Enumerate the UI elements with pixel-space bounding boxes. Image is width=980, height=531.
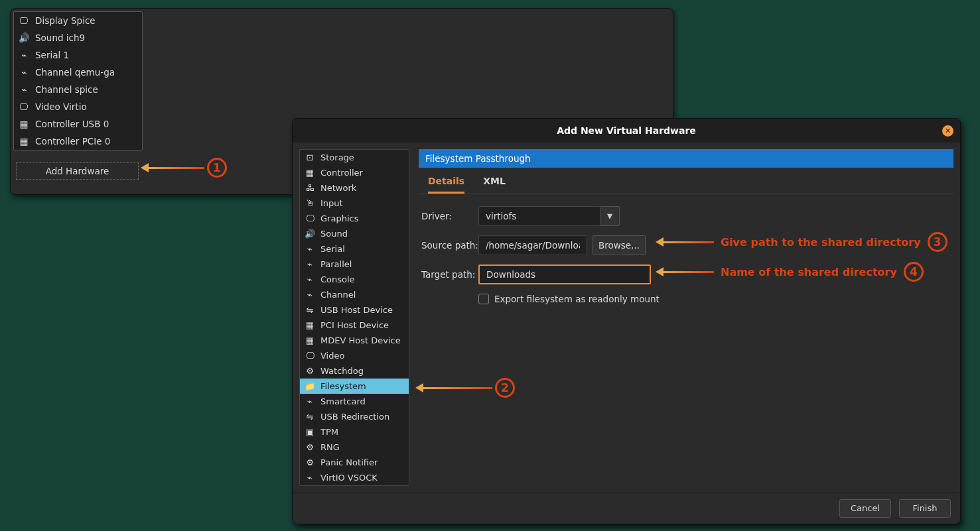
add-hardware-dialog: Add New Virtual Hardware ✕ ⊡Storage▦Cont… xyxy=(292,118,961,524)
category-item-label: Controller xyxy=(320,168,363,178)
hw-item[interactable]: 🖵Display Spice xyxy=(14,12,142,29)
category-item-usb-host-device[interactable]: ⇋USB Host Device xyxy=(300,302,409,318)
category-item-label: Smartcard xyxy=(320,396,366,406)
category-item-channel[interactable]: ⌁Channel xyxy=(300,287,409,302)
hw-item[interactable]: ▦Controller USB 0 xyxy=(14,115,142,133)
hw-item-label: Sound ich9 xyxy=(35,32,85,43)
category-item-graphics[interactable]: 🖵Graphics xyxy=(300,211,409,226)
hw-item[interactable]: ⌁Serial 1 xyxy=(14,46,142,64)
target-path-input[interactable] xyxy=(478,265,651,284)
disk-icon: ⊡ xyxy=(304,152,316,162)
port-icon: ⌁ xyxy=(304,244,316,254)
monitor-icon: 🖵 xyxy=(18,16,30,25)
category-item-label: Watchdog xyxy=(320,366,364,376)
chip-icon: ▣ xyxy=(304,427,316,437)
category-item-pci-host-device[interactable]: ▦PCI Host Device xyxy=(300,318,409,333)
close-icon: ✕ xyxy=(945,127,951,135)
driver-dropdown-arrow[interactable]: ▾ xyxy=(600,206,620,226)
speaker-icon: 🔊 xyxy=(18,33,30,42)
category-item-storage[interactable]: ⊡Storage xyxy=(300,150,409,165)
tabs: Details XML xyxy=(419,168,953,194)
category-item-filesystem[interactable]: 📁Filesystem xyxy=(300,379,409,394)
add-hardware-button[interactable]: Add Hardware xyxy=(16,162,139,180)
category-item-label: Parallel xyxy=(320,259,352,269)
browse-button[interactable]: Browse... xyxy=(593,235,646,255)
chevron-down-icon: ▾ xyxy=(607,209,612,222)
category-item-label: USB Host Device xyxy=(320,305,393,315)
tab-details[interactable]: Details xyxy=(428,176,464,194)
readonly-label: Export filesystem as readonly mount xyxy=(494,294,660,304)
category-item-label: Input xyxy=(320,198,343,208)
category-item-video[interactable]: 🖵Video xyxy=(300,348,409,363)
panel-header: Filesystem Passthrough xyxy=(419,149,953,168)
category-item-rng[interactable]: ⚙RNG xyxy=(300,440,409,455)
hw-item[interactable]: 🔊Sound ich9 xyxy=(14,29,142,46)
hw-item-label: Video Virtio xyxy=(35,101,87,112)
category-item-tpm[interactable]: ▣TPM xyxy=(300,424,409,440)
category-item-sound[interactable]: 🔊Sound xyxy=(300,226,409,241)
dialog-title: Add New Virtual Hardware xyxy=(557,125,696,136)
category-item-label: Graphics xyxy=(320,213,358,223)
category-item-panic-notifier[interactable]: ⚙Panic Notifier xyxy=(300,455,409,470)
port-icon: ⌁ xyxy=(304,259,316,269)
category-item-network[interactable]: 🖧Network xyxy=(300,180,409,196)
category-item-label: MDEV Host Device xyxy=(320,335,401,345)
category-item-console[interactable]: ⌁Console xyxy=(300,272,409,287)
readonly-checkbox[interactable] xyxy=(478,294,489,304)
driver-value: virtiofs xyxy=(486,211,516,221)
close-button[interactable]: ✕ xyxy=(942,125,953,137)
source-path-input[interactable] xyxy=(478,235,587,255)
speaker-icon: 🔊 xyxy=(304,229,316,239)
category-item-label: VirtIO VSOCK xyxy=(320,473,378,483)
hardware-category-list: ⊡Storage▦Controller🖧Network🖱Input🖵Graphi… xyxy=(299,149,409,486)
board-icon: ▦ xyxy=(304,335,316,345)
port-icon: ⌁ xyxy=(18,68,30,77)
category-item-controller[interactable]: ▦Controller xyxy=(300,165,409,180)
category-item-label: TPM xyxy=(320,427,338,437)
category-item-label: RNG xyxy=(320,442,340,452)
category-item-label: Filesystem xyxy=(320,381,366,391)
hw-item[interactable]: ⌁Channel qemu-ga xyxy=(14,64,142,81)
hw-item-label: Channel qemu-ga xyxy=(35,67,115,78)
finish-button[interactable]: Finish xyxy=(899,499,951,518)
board-icon: ▦ xyxy=(304,168,316,178)
category-item-mdev-host-device[interactable]: ▦MDEV Host Device xyxy=(300,333,409,348)
dialog-footer: Cancel Finish xyxy=(293,493,960,524)
filesystem-form: Driver: virtiofs ▾ Source path: Browse..… xyxy=(419,194,953,316)
dialog-titlebar: Add New Virtual Hardware ✕ xyxy=(293,119,960,143)
driver-dropdown[interactable]: virtiofs xyxy=(478,206,600,226)
hw-item-label: Display Spice xyxy=(35,15,96,26)
monitor-icon: 🖵 xyxy=(18,102,30,111)
board-icon: ▦ xyxy=(18,119,30,129)
gear-icon: ⚙ xyxy=(304,457,316,467)
port-icon: ⌁ xyxy=(304,274,316,284)
category-item-smartcard[interactable]: ⌁Smartcard xyxy=(300,394,409,409)
category-item-watchdog[interactable]: ⚙Watchdog xyxy=(300,363,409,379)
hw-item[interactable]: ▦Controller PCIe 0 xyxy=(14,133,142,150)
hw-item-label: Controller PCIe 0 xyxy=(35,136,110,147)
hw-item[interactable]: 🖵Video Virtio xyxy=(14,98,142,115)
category-item-input[interactable]: 🖱Input xyxy=(300,196,409,211)
usb-icon: ⇋ xyxy=(304,305,316,315)
net-icon: 🖧 xyxy=(304,183,316,193)
hw-item[interactable]: ⌁Channel spice xyxy=(14,81,142,98)
category-item-label: Console xyxy=(320,274,355,284)
cancel-button[interactable]: Cancel xyxy=(839,499,891,518)
tab-xml[interactable]: XML xyxy=(483,176,506,194)
port-icon: ⌁ xyxy=(304,473,316,483)
source-path-label: Source path: xyxy=(421,240,478,251)
hardware-list: 🖵Display Spice🔊Sound ich9⌁Serial 1⌁Chann… xyxy=(13,11,143,150)
board-icon: ▦ xyxy=(304,320,316,330)
board-icon: ▦ xyxy=(18,137,30,146)
category-item-usb-redirection[interactable]: ⇋USB Redirection xyxy=(300,409,409,424)
category-item-label: Serial xyxy=(320,244,345,254)
usb-icon: ⇋ xyxy=(304,412,316,422)
driver-label: Driver: xyxy=(421,211,478,221)
category-item-parallel[interactable]: ⌁Parallel xyxy=(300,257,409,272)
category-item-serial[interactable]: ⌁Serial xyxy=(300,241,409,257)
category-item-label: Sound xyxy=(320,229,348,239)
category-item-virtio-vsock[interactable]: ⌁VirtIO VSOCK xyxy=(300,470,409,485)
hw-item-label: Channel spice xyxy=(35,84,98,95)
category-item-label: Channel xyxy=(320,290,356,300)
gear-icon: ⚙ xyxy=(304,442,316,452)
